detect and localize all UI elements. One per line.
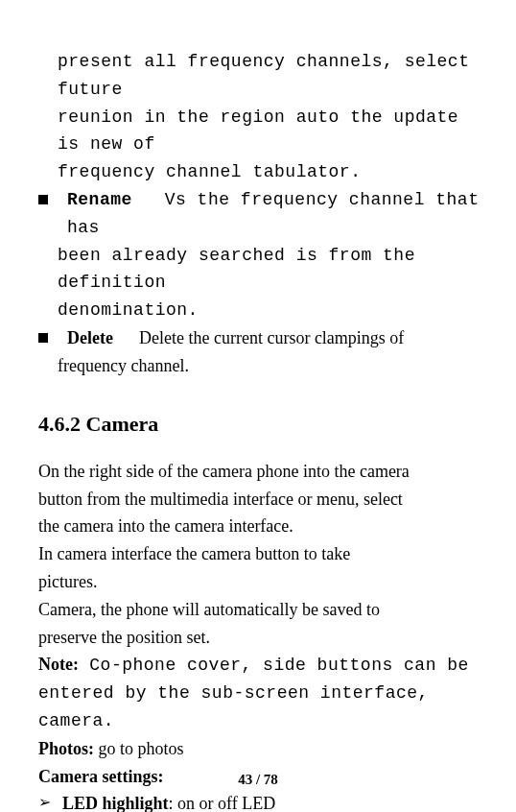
para-text: pictures. (38, 568, 485, 596)
para-text: been already searched is from the defini… (58, 242, 485, 298)
bullet-text: Delete Delete the current cursor clampin… (67, 324, 485, 352)
note-label: Note: (38, 655, 79, 674)
note-text: entered by the sub-screen interface, cam… (38, 680, 485, 735)
para-text: preserve the position set. (38, 624, 485, 652)
arrow-bullet-icon: ➢ (38, 790, 51, 812)
para-text: denomination. (58, 297, 485, 324)
para-text: reunion in the region auto the update is… (58, 104, 485, 159)
delete-text: Delete the current cursor clampings of (139, 328, 404, 347)
delete-label: Delete (67, 328, 113, 347)
bullet-delete: Delete Delete the current cursor clampin… (38, 324, 485, 352)
rename-label: Rename (67, 190, 132, 209)
section-heading-camera: 4.6.2 Camera (38, 407, 485, 441)
intro-continuation: present all frequency channels, select f… (38, 48, 485, 186)
bullet-text: Rename Vs the frequency channel that has (67, 186, 485, 242)
bullet-led: ➢ LED highlight: on or off LED (38, 790, 485, 812)
para-text: Camera, the phone will automatically be … (38, 596, 485, 624)
bullet-continue: been already searched is from the defini… (38, 242, 485, 324)
note-line: Note: Co-phone cover, side buttons can b… (38, 651, 485, 680)
led-label: LED highlight (62, 794, 169, 812)
note-text: Co-phone cover, side buttons can be (79, 656, 469, 675)
photos-text: go to photos (94, 739, 184, 758)
bullet-continue: frequency channel. (38, 352, 485, 380)
page-number: 43 / 78 (0, 768, 516, 791)
para-text: frequency channel. (58, 352, 485, 380)
photos-label: Photos: (38, 739, 94, 758)
square-bullet-icon (38, 195, 48, 204)
page-content: present all frequency channels, select f… (29, 48, 487, 812)
bullet-text: LED highlight: on or off LED (62, 790, 485, 812)
led-text: : on or off LED (169, 794, 276, 812)
para-text: On the right side of the camera phone in… (38, 458, 485, 486)
photos-line: Photos: go to photos (38, 735, 485, 763)
para-text: button from the multimedia interface or … (38, 486, 485, 513)
para-text: the camera into the camera interface. (38, 513, 485, 540)
para-text: present all frequency channels, select f… (58, 48, 485, 104)
para-text: In camera interface the camera button to… (38, 540, 485, 568)
square-bullet-icon (38, 333, 48, 343)
bullet-rename: Rename Vs the frequency channel that has (38, 186, 485, 242)
para-text: frequency channel tabulator. (58, 158, 485, 186)
